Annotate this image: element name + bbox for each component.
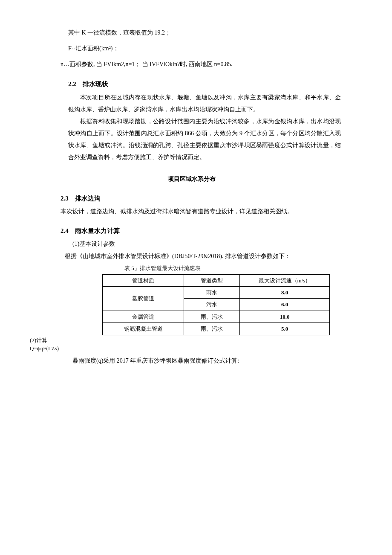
section-2-2-para-2: 根据资料收集和现场踏勘，公路设计范围内主要为沿线冲沟较多，水库为金银沟水库，出水… (68, 116, 341, 163)
table-cell-material: 金属管道 (103, 311, 184, 323)
table-row: 金属管道 雨、污水 10.0 (103, 311, 330, 323)
pre-line-1: 其中 K 一径流模数，查表取值为 19.2； (68, 27, 341, 38)
table-header-3: 最大设计流速（m/s） (240, 274, 330, 286)
mid-title: 项目区域水系分布 (43, 174, 341, 184)
table-cell-value: 5.0 (240, 323, 330, 335)
section-2-4-para-1: 根据《山地城市室外排水管渠设计标准》(DBJ50/T-29&2018). 排水管… (61, 251, 341, 262)
sub-item-2-formula: Q=ψqF(LZs) (30, 344, 341, 353)
table-cell-material: 塑胶管道 (103, 287, 184, 311)
section-2-2-heading: 2.2 排水现状 (68, 78, 341, 90)
table-cell-type: 雨、污水 (184, 323, 240, 335)
flow-velocity-table: 管道材质 管道类型 最大设计流速（m/s） 塑胶管道 雨水 8.0 污水 6.0… (102, 274, 330, 335)
section-2-2-para-1: 本次项目所在区域内存在现状水库、堰塘、鱼塘以及冲沟，水库主要有梁家湾水库、和平水… (68, 92, 341, 116)
table-row: 塑胶管道 雨水 8.0 (103, 287, 330, 299)
table-header-row: 管道材质 管道类型 最大设计流速（m/s） (103, 274, 330, 286)
section-2-4-heading: 2.4 雨水量水力计算 (61, 225, 341, 237)
table-caption: 表 5」排水管道最大设计流速表 (124, 263, 341, 273)
table-cell-value: 8.0 (240, 287, 330, 299)
sub-item-2-label: (2)计算 (30, 336, 341, 345)
section-2-3-heading: 2.3 排水边沟 (61, 193, 341, 204)
table-cell-type: 雨、污水 (184, 311, 240, 323)
table-cell-value: 10.0 (240, 311, 330, 323)
table-header-2: 管道类型 (184, 274, 240, 286)
section-2-3-para-1: 本次设计，道路边沟、截排水沟及过街排水暗沟皆有道路专业设计，详见道路相关图纸。 (61, 206, 341, 217)
table-cell-type: 污水 (184, 299, 240, 311)
table-cell-type: 雨水 (184, 287, 240, 299)
pre-line-3: n…面积参数, 当 FVIkm2,n=1； 当 IVFVlOkln?时, 西南地… (43, 59, 341, 70)
section-2-4-para-2: 暴雨强度(q)采用 2017 年重庆市沙坪坝区暴雨强度修订公式计算: (43, 355, 341, 366)
table-header-1: 管道材质 (103, 274, 184, 286)
table-cell-material: 钢筋混凝土管道 (103, 323, 184, 335)
table-cell-value: 6.0 (240, 299, 330, 311)
table-row: 钢筋混凝土管道 雨、污水 5.0 (103, 323, 330, 335)
pre-line-2: F--汇水面积(km²)； (68, 43, 341, 54)
sub-item-1: (1)基本设计参数 (61, 238, 341, 249)
